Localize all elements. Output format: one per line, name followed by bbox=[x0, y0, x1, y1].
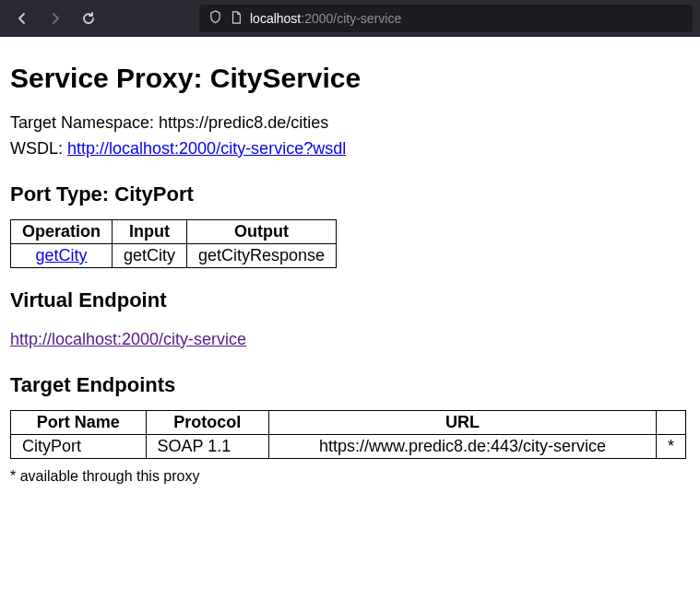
address-bar[interactable]: localhost:2000/city-service bbox=[199, 5, 693, 32]
target-endpoints-table: Port Name Protocol URL CityPort SOAP 1.1… bbox=[10, 410, 686, 459]
page-icon bbox=[230, 11, 243, 27]
cell-url: https://www.predic8.de:443/city-service bbox=[268, 434, 656, 458]
target-endpoints-heading: Target Endpoints bbox=[10, 373, 690, 397]
browser-toolbar: localhost:2000/city-service bbox=[0, 0, 700, 37]
virtual-endpoint-heading: Virtual Endpoint bbox=[10, 288, 690, 312]
col-input: Input bbox=[113, 219, 187, 243]
table-header-row: Port Name Protocol URL bbox=[11, 410, 686, 434]
wsdl-label: WSDL: bbox=[10, 139, 67, 158]
service-meta: Target Namespace: https://predic8.de/cit… bbox=[10, 111, 690, 162]
virtual-endpoint-link[interactable]: http://localhost:2000/city-service bbox=[10, 330, 246, 348]
operation-link[interactable]: getCity bbox=[35, 246, 87, 264]
col-port-name: Port Name bbox=[11, 410, 147, 434]
forward-button[interactable] bbox=[41, 4, 70, 33]
cell-port-name: CityPort bbox=[11, 434, 147, 458]
cell-flag: * bbox=[656, 434, 685, 458]
reload-button[interactable] bbox=[74, 4, 103, 33]
page-title: Service Proxy: CityService bbox=[10, 63, 690, 94]
port-type-table: Operation Input Output getCity getCity g… bbox=[10, 219, 337, 268]
cell-input: getCity bbox=[113, 243, 187, 267]
col-operation: Operation bbox=[11, 219, 113, 243]
col-output: Output bbox=[187, 219, 337, 243]
cell-protocol: SOAP 1.1 bbox=[146, 434, 268, 458]
col-url: URL bbox=[268, 410, 656, 434]
shield-icon bbox=[208, 10, 222, 27]
footnote: * available through this proxy bbox=[10, 468, 690, 485]
port-type-heading: Port Type: CityPort bbox=[10, 182, 690, 206]
cell-output: getCityResponse bbox=[187, 243, 337, 267]
wsdl-link[interactable]: http://localhost:2000/city-service?wsdl bbox=[67, 139, 346, 158]
table-header-row: Operation Input Output bbox=[11, 219, 337, 243]
back-button[interactable] bbox=[7, 4, 37, 33]
col-protocol: Protocol bbox=[146, 410, 268, 434]
col-flag bbox=[656, 410, 685, 434]
target-namespace-value: https://predic8.de/cities bbox=[159, 113, 328, 132]
page-content: Service Proxy: CityService Target Namesp… bbox=[0, 37, 700, 494]
address-text: localhost:2000/city-service bbox=[250, 11, 401, 26]
target-namespace-label: Target Namespace: bbox=[10, 113, 159, 132]
table-row: getCity getCity getCityResponse bbox=[11, 243, 337, 267]
table-row: CityPort SOAP 1.1 https://www.predic8.de… bbox=[11, 434, 686, 458]
